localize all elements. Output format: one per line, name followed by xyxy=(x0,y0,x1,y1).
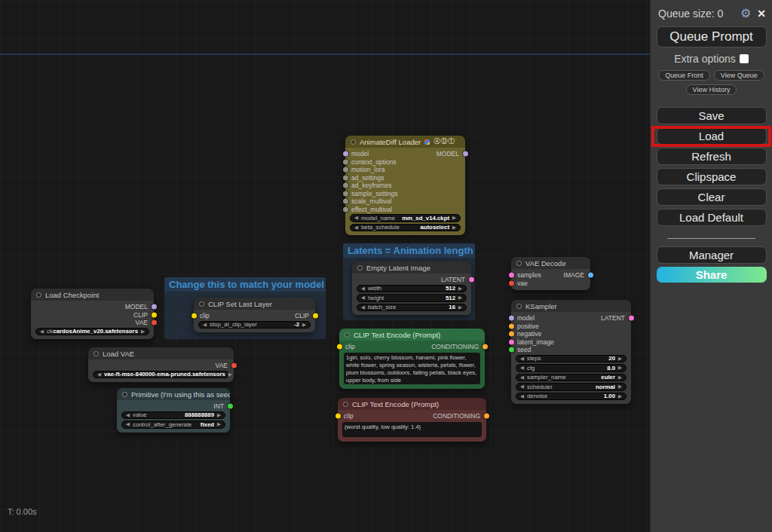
node-title-bar[interactable]: Load VAE xyxy=(88,347,234,359)
model-input-slot[interactable] xyxy=(509,316,514,321)
node-animatediff[interactable]: AnimateDiff LoaderⒶⒹ①modelMODELcontext_o… xyxy=(345,136,465,235)
widget-left-arrow-icon[interactable]: ◀ xyxy=(361,305,365,310)
refresh-button[interactable]: Refresh xyxy=(657,148,767,165)
node-empty_latent[interactable]: Empty Latent ImageLATENT◀width512▶◀heigh… xyxy=(352,261,471,315)
collapse-dot-icon[interactable] xyxy=(93,351,99,356)
MODEL-output-slot[interactable] xyxy=(463,151,468,157)
node-load_checkpoint[interactable]: Load CheckpointMODELCLIPVAE◀ckpt_namecar… xyxy=(31,289,154,339)
view-queue-button[interactable]: View Queue xyxy=(714,70,764,81)
save-button[interactable]: Save xyxy=(657,107,767,124)
node-clip_neg[interactable]: CLIP Text Encode (Prompt)clipCONDITIONIN… xyxy=(338,398,486,442)
node-primitive[interactable]: Primitive (I'm using this as seed)INT◀va… xyxy=(117,388,230,433)
LATENT-output-slot[interactable] xyxy=(469,277,474,283)
IMAGE-output-slot[interactable] xyxy=(588,273,593,278)
widget-left-arrow-icon[interactable]: ◀ xyxy=(126,422,130,427)
node-title-bar[interactable]: CLIP Text Encode (Prompt) xyxy=(339,329,485,341)
node-title-bar[interactable]: CLIP Set Last Layer xyxy=(194,298,315,310)
widget-left-arrow-icon[interactable]: ◀ xyxy=(520,375,524,381)
manager-button[interactable]: Manager xyxy=(657,246,767,264)
empty_latent-widget-height[interactable]: ◀height512▶ xyxy=(357,294,467,302)
negative-input-slot[interactable] xyxy=(509,332,514,337)
node-title-bar[interactable]: Load Checkpoint xyxy=(31,289,154,301)
context_options-input-slot[interactable] xyxy=(343,159,348,164)
collapse-dot-icon[interactable] xyxy=(199,301,204,307)
widget-right-arrow-icon[interactable]: ▶ xyxy=(228,372,232,378)
load_vae-widget-vae_name[interactable]: ◀vae_namevae-ft-mse-840000-ema-pruned.sa… xyxy=(93,371,229,379)
settings-gear-icon[interactable]: ⚙ xyxy=(740,6,751,20)
CLIP-output-slot[interactable] xyxy=(313,313,318,319)
view-history-button[interactable]: View History xyxy=(686,84,737,95)
animatediff-widget-model_name[interactable]: ◀model_namemm_sd_v14.ckpt▶ xyxy=(350,214,461,222)
widget-left-arrow-icon[interactable]: ◀ xyxy=(520,394,524,399)
ad_settings-input-slot[interactable] xyxy=(343,175,348,180)
widget-right-arrow-icon[interactable]: ▶ xyxy=(618,384,622,390)
widget-right-arrow-icon[interactable]: ▶ xyxy=(452,216,456,221)
VAE-output-slot[interactable] xyxy=(152,320,157,326)
sample_settings-input-slot[interactable] xyxy=(343,191,348,196)
ksampler-widget-scheduler[interactable]: ◀schedulernormal▶ xyxy=(516,383,626,391)
collapse-dot-icon[interactable] xyxy=(357,265,363,271)
collapse-dot-icon[interactable] xyxy=(345,332,350,338)
effect_multival-input-slot[interactable] xyxy=(343,206,348,212)
widget-left-arrow-icon[interactable]: ◀ xyxy=(520,365,524,371)
clip_set-widget-stop_at_clip_layer[interactable]: ◀stop_at_clip_layer-2▶ xyxy=(198,321,311,329)
ksampler-widget-denoise[interactable]: ◀denoise1.00▶ xyxy=(516,393,626,401)
graph-canvas[interactable]: T: 0.00s I: 0 N: 11 [11] V: 24 FPS:63.29… xyxy=(0,0,650,532)
vae-input-slot[interactable] xyxy=(509,280,514,286)
positive-input-slot[interactable] xyxy=(509,323,514,329)
node-load_vae[interactable]: Load VAEVAE◀vae_namevae-ft-mse-840000-em… xyxy=(88,347,234,382)
widget-left-arrow-icon[interactable]: ◀ xyxy=(361,286,365,292)
widget-left-arrow-icon[interactable]: ◀ xyxy=(354,225,358,231)
ksampler-widget-cfg[interactable]: ◀cfg8.0▶ xyxy=(516,364,626,372)
collapse-dot-icon[interactable] xyxy=(516,261,522,266)
animatediff-widget-beta_schedule[interactable]: ◀beta_scheduleautoselect▶ xyxy=(350,224,461,232)
node-vae_decode[interactable]: VAE DecodesamplesIMAGEvae xyxy=(511,257,590,290)
samples-input-slot[interactable] xyxy=(509,273,514,278)
clip-input-slot[interactable] xyxy=(191,313,197,319)
widget-right-arrow-icon[interactable]: ▶ xyxy=(302,323,306,328)
collapse-dot-icon[interactable] xyxy=(343,402,348,407)
ad_keyframes-input-slot[interactable] xyxy=(343,183,348,188)
collapse-dot-icon[interactable] xyxy=(516,304,522,309)
extra-options-checkbox[interactable] xyxy=(740,54,749,63)
ksampler-widget-sampler_name[interactable]: ◀sampler_nameeuler▶ xyxy=(516,374,626,382)
CONDITIONING-output-slot[interactable] xyxy=(484,414,489,419)
queue-prompt-button[interactable]: Queue Prompt xyxy=(657,26,767,47)
VAE-output-slot[interactable] xyxy=(231,363,237,368)
widget-right-arrow-icon[interactable]: ▶ xyxy=(141,329,145,335)
widget-right-arrow-icon[interactable]: ▶ xyxy=(217,422,221,427)
clip_pos-prompt-text[interactable]: 1girl, solo, cherry blossom, hanami, pin… xyxy=(344,353,480,384)
widget-left-arrow-icon[interactable]: ◀ xyxy=(520,384,524,390)
primitive-widget-control_after_generate[interactable]: ◀control_after_generatefixed▶ xyxy=(121,420,225,429)
primitive-widget-value[interactable]: ◀value888888889▶ xyxy=(121,411,225,420)
CLIP-output-slot[interactable] xyxy=(152,312,157,317)
widget-right-arrow-icon[interactable]: ▶ xyxy=(618,394,622,399)
node-title-bar[interactable]: CLIP Text Encode (Prompt) xyxy=(338,398,486,410)
clip-input-slot[interactable] xyxy=(337,344,342,350)
node-clip_pos[interactable]: CLIP Text Encode (Prompt)clipCONDITIONIN… xyxy=(339,329,485,389)
model-input-slot[interactable] xyxy=(343,151,348,157)
node-title-bar[interactable]: KSampler xyxy=(511,300,631,312)
node-clip_set[interactable]: CLIP Set Last LayerclipCLIP◀stop_at_clip… xyxy=(194,298,315,332)
widget-left-arrow-icon[interactable]: ◀ xyxy=(354,216,358,221)
widget-left-arrow-icon[interactable]: ◀ xyxy=(361,295,365,301)
collapse-dot-icon[interactable] xyxy=(122,392,127,397)
node-title-bar[interactable]: VAE Decode xyxy=(511,257,590,269)
load-button[interactable]: Load xyxy=(657,127,767,145)
widget-left-arrow-icon[interactable]: ◀ xyxy=(203,323,207,328)
CONDITIONING-output-slot[interactable] xyxy=(482,344,488,350)
close-icon[interactable]: ✕ xyxy=(757,8,766,20)
node-title-bar[interactable]: Primitive (I'm using this as seed) xyxy=(117,388,230,400)
clear-button[interactable]: Clear xyxy=(657,188,767,206)
node-ksampler[interactable]: KSamplermodelLATENTpositivenegativelaten… xyxy=(511,300,631,404)
latent_image-input-slot[interactable] xyxy=(509,339,514,344)
widget-right-arrow-icon[interactable]: ▶ xyxy=(618,365,622,371)
LATENT-output-slot[interactable] xyxy=(629,316,634,321)
load-default-button[interactable]: Load Default xyxy=(657,209,767,226)
widget-right-arrow-icon[interactable]: ▶ xyxy=(217,413,221,418)
widget-left-arrow-icon[interactable]: ◀ xyxy=(520,356,524,362)
clipspace-button[interactable]: Clipspace xyxy=(657,168,767,185)
collapse-dot-icon[interactable] xyxy=(351,139,356,145)
widget-right-arrow-icon[interactable]: ▶ xyxy=(458,305,462,310)
widget-left-arrow-icon[interactable]: ◀ xyxy=(40,329,44,335)
